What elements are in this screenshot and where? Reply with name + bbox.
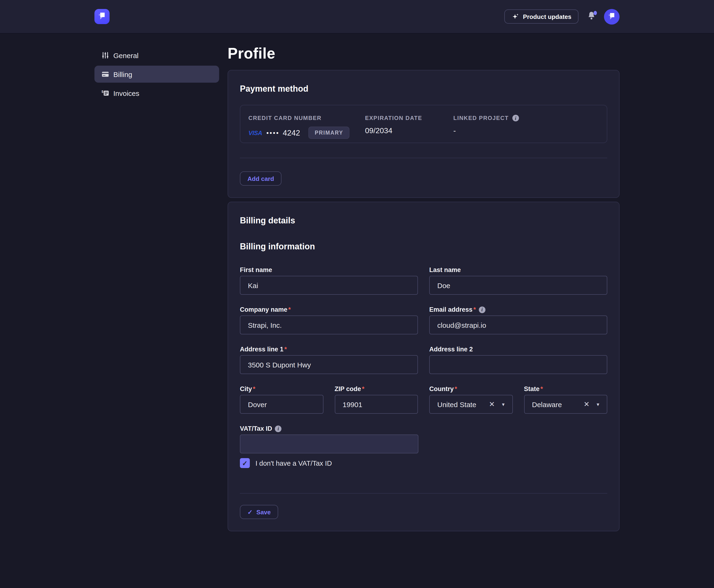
vat-input[interactable]: [240, 435, 418, 454]
visa-logo: VISA: [248, 129, 262, 136]
country-select[interactable]: United State ✕ ▾: [429, 395, 512, 414]
required-asterisk: *: [541, 385, 543, 393]
zip-input[interactable]: [335, 395, 418, 414]
sidebar-item-label: Billing: [113, 70, 132, 78]
vat-checkbox-row[interactable]: ✓ I don't have a VAT/Tax ID: [240, 458, 607, 468]
sidebar-item-general[interactable]: General: [94, 47, 219, 64]
last-name-field-group: Last name: [429, 266, 607, 295]
sidebar-item-label: Invoices: [113, 89, 139, 97]
required-asterisk: *: [474, 306, 476, 314]
strapi-logo[interactable]: [94, 9, 109, 24]
save-button[interactable]: ✓ Save: [240, 505, 278, 519]
address2-label: Address line 2: [429, 345, 473, 353]
expiration-col: EXPIRATION DATE 09/2034: [365, 115, 453, 143]
address2-field-group: Address line 2: [429, 345, 607, 374]
sidebar-item-invoices[interactable]: $ Invoices: [94, 85, 219, 102]
zip-label: ZIP code: [335, 385, 361, 393]
app-header: Product updates: [0, 0, 714, 34]
vat-checkbox-label: I don't have a VAT/Tax ID: [255, 459, 332, 467]
sparkles-icon: [512, 13, 519, 20]
email-input[interactable]: [429, 315, 607, 334]
state-label: State: [524, 385, 540, 393]
header-actions: Product updates: [505, 9, 620, 24]
company-label: Company name: [240, 306, 287, 314]
state-select[interactable]: Delaware ✕ ▾: [524, 395, 607, 414]
svg-text:$: $: [102, 90, 103, 93]
expiration-label: EXPIRATION DATE: [365, 115, 453, 121]
info-icon[interactable]: i: [512, 115, 519, 121]
payment-method-card: Payment method CREDIT CARD NUMBER VISA •…: [228, 70, 620, 198]
primary-badge: PRIMARY: [309, 127, 350, 139]
info-icon[interactable]: i: [479, 306, 485, 313]
address2-input[interactable]: [429, 355, 607, 374]
first-name-label: First name: [240, 266, 272, 274]
city-input[interactable]: [240, 395, 323, 414]
strapi-cloud-app: Product updates: [0, 0, 714, 588]
strapi-logo-icon: [97, 11, 107, 22]
address1-field-group: Address line 1 *: [240, 345, 418, 374]
save-label: Save: [256, 508, 271, 516]
address1-input[interactable]: [240, 355, 418, 374]
payment-divider: [240, 158, 607, 158]
company-field-group: Company name *: [240, 306, 418, 334]
info-icon[interactable]: i: [275, 425, 282, 432]
billing-form: First name Last name Company name: [240, 266, 607, 519]
form-row-vat: VAT/Tax ID i: [240, 425, 607, 454]
city-field-group: City *: [240, 385, 323, 414]
country-value: United State: [437, 400, 489, 408]
form-row-name: First name Last name: [240, 266, 607, 295]
add-card-button[interactable]: Add card: [240, 171, 282, 186]
clear-icon[interactable]: ✕: [584, 400, 590, 408]
email-label: Email address: [429, 306, 472, 314]
last-name-input[interactable]: [429, 276, 607, 295]
payment-method-title: Payment method: [240, 84, 607, 94]
avatar-strapi-icon: [607, 11, 616, 22]
last-name-label: Last name: [429, 266, 461, 274]
credit-card-row: CREDIT CARD NUMBER VISA •••• 4242 PRIMAR…: [240, 105, 607, 143]
notifications-button[interactable]: [587, 11, 596, 22]
vat-field-group: VAT/Tax ID i: [240, 425, 418, 454]
address1-label: Address line 1: [240, 345, 284, 353]
settings-sidebar: General Billing $: [94, 34, 219, 102]
billing-information-title: Billing information: [240, 241, 607, 252]
country-label: Country: [429, 385, 454, 393]
user-avatar-button[interactable]: [604, 9, 620, 24]
credit-card-icon: [102, 70, 109, 78]
add-card-label: Add card: [248, 175, 274, 182]
notification-dot: [593, 11, 597, 15]
sidebar-item-label: General: [113, 51, 139, 59]
vat-checkbox[interactable]: ✓: [240, 458, 250, 468]
linked-project-col: LINKED PROJECT i -: [453, 115, 599, 143]
form-row-location: City * ZIP code *: [240, 385, 607, 414]
zip-field-group: ZIP code *: [335, 385, 418, 414]
save-check-icon: ✓: [248, 508, 253, 516]
first-name-input[interactable]: [240, 276, 418, 295]
product-updates-label: Product updates: [523, 13, 571, 20]
sidebar-item-billing[interactable]: Billing: [94, 66, 219, 83]
state-value: Delaware: [532, 400, 584, 408]
form-row-address: Address line 1 * Address line 2: [240, 345, 607, 374]
main-panel: Profile Payment method CREDIT CARD NUMBE…: [228, 34, 620, 531]
credit-card-number-col: CREDIT CARD NUMBER VISA •••• 4242 PRIMAR…: [248, 115, 365, 143]
product-updates-button[interactable]: Product updates: [505, 9, 579, 24]
chevron-down-icon[interactable]: ▾: [597, 401, 599, 407]
page-title: Profile: [228, 45, 620, 62]
form-row-company-email: Company name * Email address * i: [240, 306, 607, 334]
chevron-down-icon[interactable]: ▾: [502, 401, 505, 407]
required-asterisk: *: [288, 306, 291, 314]
clear-icon[interactable]: ✕: [489, 400, 495, 408]
email-field-group: Email address * i: [429, 306, 607, 334]
company-input[interactable]: [240, 315, 418, 334]
credit-card-number-label: CREDIT CARD NUMBER: [248, 115, 365, 121]
form-divider: [240, 493, 607, 493]
country-field-group: Country * United State ✕ ▾: [429, 385, 512, 414]
linked-project-value: -: [453, 127, 599, 135]
invoice-icon: $: [102, 89, 109, 97]
city-label: City: [240, 385, 252, 393]
billing-details-card: Billing details Billing information Firs…: [228, 202, 620, 531]
required-asterisk: *: [253, 385, 255, 393]
required-asterisk: *: [455, 385, 457, 393]
sliders-icon: [102, 51, 109, 59]
linked-project-label: LINKED PROJECT: [453, 115, 509, 121]
page-content: General Billing $: [0, 34, 714, 531]
